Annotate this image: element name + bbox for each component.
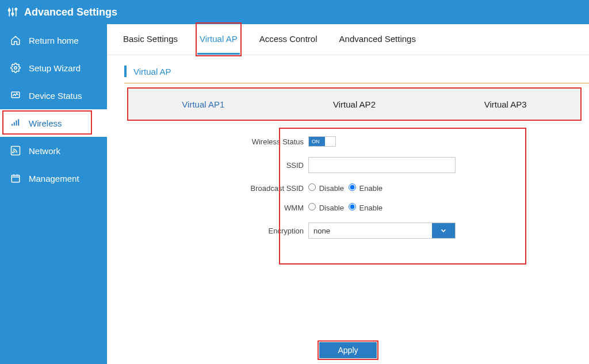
wmm-disable-radio[interactable] xyxy=(308,203,316,210)
tab-label: Andvanced Settings xyxy=(339,34,416,44)
toggle-text: ON xyxy=(312,139,320,144)
svg-point-6 xyxy=(14,67,17,70)
top-tabs: Basic Settings Virtual AP Access Control… xyxy=(107,24,589,55)
row-encryption: Encryption none xyxy=(130,223,566,239)
sidebar-item-network[interactable]: Network xyxy=(0,137,107,164)
row-wmm: WMM Disable Enable xyxy=(130,203,566,212)
sub-tab-label: Virtual AP2 xyxy=(333,99,376,109)
broadcast-enable-option[interactable]: Enable xyxy=(349,183,383,193)
home-icon xyxy=(9,35,22,45)
apply-button[interactable]: Apply xyxy=(319,342,377,358)
rss-icon xyxy=(9,145,22,156)
header-bar: Advanced Settings xyxy=(0,0,589,24)
sidebar-item-label: Setup Wizard xyxy=(29,63,81,73)
tab-basic-settings[interactable]: Basic Settings xyxy=(121,24,180,55)
apply-row: Apply xyxy=(107,342,589,358)
sidebar-item-label: Management xyxy=(29,174,79,183)
radio-label: Enable xyxy=(359,184,383,193)
sidebar-item-setup-wizard[interactable]: Setup Wizard xyxy=(0,54,107,82)
sub-tabs: Virtual AP1 Virtual AP2 Virtual AP3 xyxy=(128,88,581,120)
sub-tab-virtual-ap2[interactable]: Virtual AP2 xyxy=(279,95,430,114)
sidebar-item-label: Device Status xyxy=(29,91,82,101)
broadcast-disable-radio[interactable] xyxy=(308,183,316,191)
wmm-enable-radio[interactable] xyxy=(349,203,356,210)
row-broadcast-ssid: Broadcast SSID Disable Enable xyxy=(130,183,566,193)
label-ssid: SSID xyxy=(130,161,308,170)
radio-label: Enable xyxy=(359,204,383,212)
wireless-status-toggle[interactable]: ON xyxy=(308,136,336,147)
row-ssid: SSID xyxy=(130,157,566,173)
content-area: Basic Settings Virtual AP Access Control… xyxy=(107,24,589,364)
label-wmm: WMM xyxy=(130,204,308,212)
sidebar-item-label: Wireless xyxy=(29,118,62,128)
section-title-text: Virtual AP xyxy=(133,67,171,76)
label-broadcast-ssid: Broadcast SSID xyxy=(130,184,308,193)
tab-virtual-ap[interactable]: Virtual AP xyxy=(197,24,240,55)
svg-point-5 xyxy=(15,8,17,10)
row-wireless-status: Wireless Status ON xyxy=(130,136,566,147)
ssid-input[interactable] xyxy=(308,157,456,173)
svg-point-3 xyxy=(9,9,10,11)
wmm-disable-option[interactable]: Disable xyxy=(308,203,344,212)
tab-advanced-settings[interactable]: Andvanced Settings xyxy=(337,24,418,55)
broadcast-enable-radio[interactable] xyxy=(349,183,356,191)
sidebar-item-label: Network xyxy=(29,146,60,156)
page-title: Advanced Settings xyxy=(24,6,117,18)
broadcast-disable-option[interactable]: Disable xyxy=(308,183,344,193)
calendar-icon xyxy=(9,173,22,183)
section-bar xyxy=(124,66,127,77)
encryption-dropdown[interactable]: none xyxy=(308,223,456,239)
sidebar-item-management[interactable]: Management xyxy=(0,164,107,192)
tab-label: Basic Settings xyxy=(123,34,178,44)
sub-tab-label: Virtual AP3 xyxy=(484,99,527,109)
toggle-knob xyxy=(325,137,335,146)
sub-tab-virtual-ap1[interactable]: Virtual AP1 xyxy=(128,95,279,114)
tab-label: Virtual AP xyxy=(200,34,238,44)
sidebar-item-device-status[interactable]: Device Status xyxy=(0,82,107,109)
wmm-enable-option[interactable]: Enable xyxy=(349,203,383,212)
label-encryption: Encryption xyxy=(130,227,308,235)
sliders-icon xyxy=(7,6,18,18)
section-title: Virtual AP xyxy=(124,66,589,83)
sub-tab-label: Virtual AP1 xyxy=(182,99,224,109)
signal-icon xyxy=(9,118,22,128)
tab-access-control[interactable]: Access Control xyxy=(257,24,320,55)
gear-icon xyxy=(9,63,22,73)
sub-tab-virtual-ap3[interactable]: Virtual AP3 xyxy=(430,95,581,114)
label-wireless-status: Wireless Status xyxy=(130,137,308,146)
sidebar-item-wireless[interactable]: Wireless xyxy=(0,109,107,137)
sidebar-item-label: Return home xyxy=(29,36,79,45)
sidebar-item-return-home[interactable]: Return home xyxy=(0,26,107,54)
monitor-icon xyxy=(9,90,22,101)
radio-label: Disable xyxy=(319,204,344,212)
svg-point-4 xyxy=(12,13,13,15)
svg-rect-13 xyxy=(12,175,20,182)
tab-label: Access Control xyxy=(259,34,318,44)
radio-label: Disable xyxy=(319,184,344,193)
form-area: Wireless Status ON SSID Broadc xyxy=(130,128,566,264)
svg-rect-12 xyxy=(12,147,20,155)
sidebar: Return home Setup Wizard Device Status W… xyxy=(0,24,107,364)
dropdown-value: none xyxy=(309,227,432,235)
chevron-down-icon xyxy=(432,223,455,238)
